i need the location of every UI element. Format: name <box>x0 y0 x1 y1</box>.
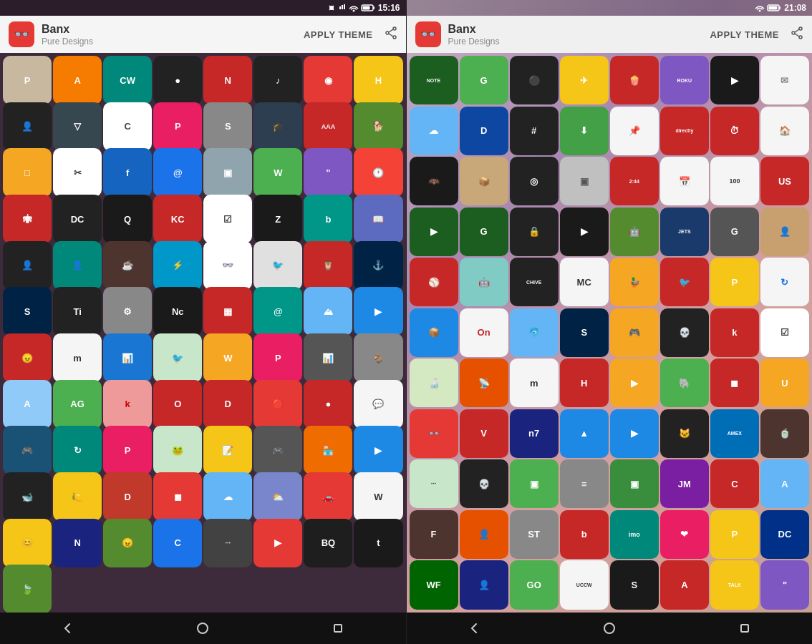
app-icon-81[interactable]: 👤 <box>460 560 508 609</box>
app-icon-57[interactable]: V <box>460 409 508 458</box>
app-icon-85[interactable]: ▶ <box>253 519 302 567</box>
app-icon-75[interactable]: b <box>560 510 609 559</box>
app-icon-55[interactable]: U <box>760 358 809 407</box>
app-icon-38[interactable]: 🦉 <box>304 241 352 290</box>
app-icon-52[interactable]: ▶ <box>610 358 659 407</box>
app-icon-68[interactable]: 📝 <box>203 426 252 474</box>
app-icon-82[interactable]: GO <box>510 560 559 609</box>
app-icon-71[interactable]: A <box>760 459 809 508</box>
app-icon-77[interactable]: ⛅ <box>253 472 302 521</box>
app-icon-50[interactable]: m <box>510 358 559 407</box>
app-icon-62[interactable]: AMEX <box>710 409 759 458</box>
app-icon-48[interactable]: 😠 <box>3 333 52 382</box>
app-icon-82[interactable]: 😠 <box>103 519 152 567</box>
app-icon-68[interactable]: ▣ <box>610 459 659 508</box>
app-icon-28[interactable]: 🤖 <box>610 208 659 256</box>
app-icon-84[interactable]: ··· <box>203 519 252 567</box>
app-icon-72[interactable]: 🐋 <box>3 472 52 521</box>
app-icon-15[interactable]: 🏠 <box>760 107 809 155</box>
app-icon-10[interactable]: C <box>103 102 152 151</box>
apply-theme-left[interactable]: APPLY THEME <box>304 29 373 40</box>
app-icon-32[interactable]: ⚾ <box>410 258 458 306</box>
app-icon-83[interactable]: C <box>153 519 202 567</box>
app-icon-56[interactable]: A <box>3 380 52 429</box>
app-icon-58[interactable]: n7 <box>510 409 559 458</box>
app-icon-64[interactable]: ··· <box>410 459 458 508</box>
app-icon-84[interactable]: S <box>610 560 659 609</box>
home-button-left[interactable] <box>188 614 217 643</box>
app-icon-45[interactable]: 💀 <box>660 308 709 357</box>
app-icon-74[interactable]: D <box>103 472 152 521</box>
app-icon-66[interactable]: P <box>103 426 152 474</box>
app-icon-32[interactable]: 👤 <box>3 241 52 290</box>
app-icon-73[interactable]: 🍋 <box>53 472 102 521</box>
app-icon-43[interactable]: Nc <box>153 287 202 336</box>
app-icon-19[interactable]: ▣ <box>560 157 609 205</box>
app-icon-13[interactable]: directly <box>660 107 709 155</box>
app-icon-29[interactable]: JETS <box>660 208 709 256</box>
app-icon-0[interactable]: NOTE <box>410 56 458 104</box>
app-icon-16[interactable]: 🦇 <box>410 157 458 205</box>
app-icon-14[interactable]: AAA <box>304 102 352 151</box>
app-icon-51[interactable]: 🐦 <box>153 333 202 382</box>
app-icon-35[interactable]: MC <box>560 258 609 306</box>
app-icon-86[interactable]: TALK <box>710 560 759 609</box>
app-icon-6[interactable]: ◉ <box>304 56 352 104</box>
app-icon-1[interactable]: A <box>53 56 102 104</box>
app-icon-67[interactable]: ≡ <box>560 459 609 508</box>
app-icon-36[interactable]: 🦆 <box>610 258 659 306</box>
app-icon-61[interactable]: 🐱 <box>660 409 709 458</box>
app-icon-22[interactable]: 100 <box>710 157 759 205</box>
app-icon-47[interactable]: ☑ <box>760 308 809 357</box>
app-icon-3[interactable]: ● <box>153 56 202 104</box>
app-icon-9[interactable]: D <box>460 107 508 155</box>
back-button-left[interactable] <box>53 614 82 643</box>
app-icon-75[interactable]: ◼ <box>153 472 202 521</box>
app-icon-19[interactable]: @ <box>153 148 202 197</box>
app-icon-29[interactable]: Z <box>253 195 302 243</box>
app-icon-3[interactable]: ✈ <box>560 56 609 104</box>
app-icon-39[interactable]: ↻ <box>760 258 809 306</box>
app-icon-49[interactable]: m <box>53 333 102 382</box>
app-icon-45[interactable]: @ <box>253 287 302 336</box>
app-icon-65[interactable]: 💀 <box>460 459 508 508</box>
app-icon-4[interactable]: N <box>203 56 252 104</box>
app-icon-2[interactable]: ⚫ <box>510 56 559 104</box>
app-icon-41[interactable]: Ti <box>53 287 102 336</box>
home-button-right[interactable] <box>595 614 624 643</box>
app-icon-20[interactable]: 2:44 <box>610 157 659 205</box>
app-icon-69[interactable]: JM <box>660 459 709 508</box>
app-icon-37[interactable]: 🐦 <box>253 241 302 290</box>
app-icon-81[interactable]: N <box>53 519 102 567</box>
app-icon-55[interactable]: 🐐 <box>354 333 402 382</box>
app-icon-5[interactable]: ♪ <box>253 56 302 104</box>
share-icon-right[interactable] <box>791 26 803 43</box>
app-icon-46[interactable]: k <box>710 308 759 357</box>
app-icon-43[interactable]: S <box>560 308 609 357</box>
app-icon-24[interactable]: 🕷 <box>3 195 52 243</box>
app-icon-21[interactable]: 📅 <box>660 157 709 205</box>
app-icon-33[interactable]: 🤖 <box>460 258 508 306</box>
app-icon-22[interactable]: " <box>304 148 352 197</box>
app-icon-25[interactable]: G <box>460 208 508 256</box>
app-icon-37[interactable]: 🐦 <box>660 258 709 306</box>
app-icon-7[interactable]: ✉ <box>760 56 809 104</box>
share-icon-left[interactable] <box>385 26 397 43</box>
app-icon-57[interactable]: AG <box>53 380 102 429</box>
app-icon-47[interactable]: ▶ <box>354 287 402 336</box>
app-icon-25[interactable]: DC <box>53 195 102 243</box>
app-icon-59[interactable]: O <box>153 380 202 429</box>
app-icon-70[interactable]: 🏪 <box>304 426 352 474</box>
app-icon-58[interactable]: k <box>103 380 152 429</box>
app-icon-13[interactable]: 🎓 <box>253 102 302 151</box>
app-icon-27[interactable]: KC <box>153 195 202 243</box>
app-icon-39[interactable]: ⚓ <box>354 241 402 290</box>
app-icon-80[interactable]: WF <box>410 560 458 609</box>
app-icon-23[interactable]: 🕐 <box>354 148 402 197</box>
app-icon-65[interactable]: ↻ <box>53 426 102 474</box>
app-icon-30[interactable]: G <box>710 208 759 256</box>
app-icon-6[interactable]: ▶ <box>710 56 759 104</box>
app-icon-70[interactable]: C <box>710 459 759 508</box>
recent-button-left[interactable] <box>324 614 352 643</box>
app-icon-17[interactable]: ✂ <box>53 148 102 197</box>
